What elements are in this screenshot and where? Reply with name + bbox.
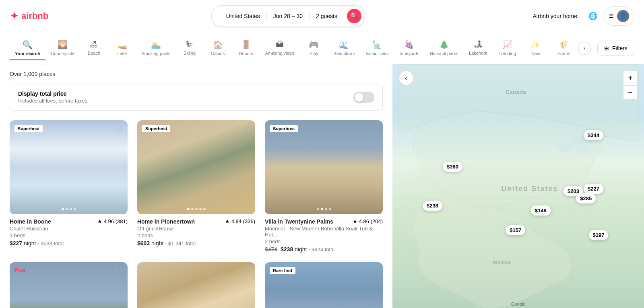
search-button[interactable]: 🔍	[347, 9, 361, 23]
pin-380[interactable]: $380	[443, 162, 462, 172]
mexico-label: Mexico	[493, 259, 511, 265]
listing-info: Home in Pioneertown ★ 4.94 (336) Off-gri…	[137, 214, 255, 246]
category-icon-vineyards: 🍇	[404, 40, 414, 49]
listing-rating: ★ 4.96 (381)	[97, 218, 128, 224]
listing-title: Home in Pioneertown	[137, 218, 195, 225]
category-label-play: Play	[310, 51, 318, 56]
listing-image-wrap: Rare find ♡	[265, 262, 383, 308]
search-dates[interactable]: Jun 28 – 30	[267, 13, 310, 19]
map-zoom-out-button[interactable]: −	[623, 85, 638, 100]
category-label-vineyards: Vineyards	[400, 51, 419, 56]
dot	[187, 208, 190, 210]
listing-card-1[interactable]: Superhost ♡ Home in Boone ★ 4.96 (381) C…	[10, 120, 128, 253]
pin-227[interactable]: $227	[584, 184, 603, 194]
category-item-skiing[interactable]: ⛷ Skiing	[175, 36, 204, 60]
category-item-new[interactable]: ✨ New	[522, 36, 550, 60]
total-price: $533 total	[41, 240, 64, 246]
listing-card-4[interactable]: Plus ♡ Home	[10, 262, 128, 308]
pin-197[interactable]: $197	[589, 230, 609, 240]
pin-344[interactable]: $344	[584, 130, 603, 140]
listing-beds: 2 beds	[137, 232, 255, 238]
category-item-lake[interactable]: 🚤 Lake	[108, 36, 136, 60]
price-toggle-switch[interactable]	[353, 92, 374, 103]
category-item-cabins[interactable]: 🏠 Cabins	[204, 36, 232, 60]
wishlist-button[interactable]: ♡	[371, 267, 378, 277]
map-zoom-in-button[interactable]: +	[623, 71, 638, 85]
categories-next-arrow[interactable]: ›	[578, 42, 591, 55]
category-item-national-parks[interactable]: 🌲 National parks	[425, 36, 463, 60]
listing-image-wrap: Superhost ♡	[10, 120, 128, 214]
listing-subtitle: Chalet Ruisseau	[10, 226, 128, 232]
category-icon-lake: 🚤	[117, 40, 127, 49]
filters-button[interactable]: ⊞ Filters	[597, 41, 634, 56]
listing-header: Home in Pioneertown ★ 4.94 (336)	[137, 218, 255, 225]
wishlist-button[interactable]: ♡	[371, 125, 378, 135]
pin-157[interactable]: $157	[506, 225, 525, 235]
listing-image	[10, 262, 128, 308]
category-item-trending[interactable]: 📈 Trending	[493, 36, 522, 60]
category-item-beachfront[interactable]: 🌊 Beachfront	[328, 36, 360, 60]
price-toggle-left: Display total price Includes all fees, b…	[18, 90, 87, 104]
category-item-farms[interactable]: 🌾 Farms	[550, 36, 578, 60]
wishlist-button[interactable]: ♡	[243, 267, 250, 277]
listing-subtitle: Off-grid itHouse	[137, 226, 255, 232]
map-back-button[interactable]: ‹	[399, 71, 413, 85]
rating-value: 4.86 (204)	[359, 218, 383, 224]
dot	[191, 208, 194, 210]
pin-285[interactable]: $285	[576, 193, 596, 203]
category-item-amazing-pools[interactable]: 🏊 Amazing pools	[136, 36, 175, 60]
pin-238[interactable]: $238	[423, 201, 442, 211]
superhost-badge: Superhost	[270, 125, 298, 132]
map-background: Canada United States Mexico ‹ + − $344$3…	[392, 64, 644, 308]
listing-card-3[interactable]: Superhost ♡ Villa in Twentynine Palms ★ …	[265, 120, 383, 253]
left-panel: Over 1,000 places Display total price In…	[0, 64, 392, 308]
category-item-amazing-views[interactable]: 🏔 Amazing views	[260, 36, 300, 60]
filter-icon: ⊞	[604, 45, 609, 51]
listing-image-wrap: Superhost ♡	[265, 120, 383, 214]
logo-text: airbnb	[21, 11, 48, 21]
airbnb-home-button[interactable]: Airbnb your home	[528, 8, 582, 24]
category-item-beach[interactable]: 🏖 Beach	[80, 36, 108, 60]
category-item-your-search[interactable]: 🔍 Your search	[10, 36, 45, 60]
superhost-badge: Superhost	[14, 125, 43, 132]
avatar: 👤	[617, 10, 629, 22]
category-icon-national-parks: 🌲	[439, 40, 449, 49]
category-item-iconic-cities[interactable]: 🗽 Iconic cities	[360, 36, 394, 60]
dot	[74, 208, 76, 210]
search-location[interactable]: United States	[220, 13, 267, 19]
current-price: $238	[281, 246, 293, 253]
map-controls: + −	[623, 71, 638, 100]
listing-title: Home in Boone	[10, 218, 51, 225]
listing-card-2[interactable]: Superhost ♡ Home in Pioneertown ★ 4.94 (…	[137, 120, 255, 253]
listing-title: Villa in Twentynine Palms	[265, 218, 333, 225]
listing-card-6[interactable]: Rare find ♡ Home	[265, 262, 383, 308]
us-label: United States	[501, 185, 558, 193]
image-dots	[187, 208, 206, 210]
listing-image-wrap: Superhost ♡	[137, 120, 255, 214]
category-item-play[interactable]: 🎮 Play	[300, 36, 328, 60]
category-item-rooms[interactable]: 🚪 Rooms	[232, 36, 260, 60]
dot	[199, 208, 202, 210]
menu-button[interactable]: ☰ 👤	[604, 6, 634, 26]
current-price: $227	[10, 240, 22, 246]
logo[interactable]: ✦ airbnb	[10, 9, 48, 23]
pin-148[interactable]: $148	[531, 205, 551, 216]
wishlist-button[interactable]: ♡	[116, 125, 123, 135]
category-item-lakefront[interactable]: 🏞 Lakefront	[463, 36, 493, 60]
wishlist-button[interactable]: ♡	[243, 125, 250, 135]
category-icon-farms: 🌾	[559, 40, 569, 49]
search-bar[interactable]: United States Jun 28 – 30 2 guests 🔍	[211, 5, 365, 27]
category-item-countryside[interactable]: 🌄 Countryside	[45, 36, 80, 60]
listing-card-5[interactable]: ♡ Home	[137, 262, 255, 308]
listing-info: Home in Boone ★ 4.96 (381) Chalet Ruisse…	[10, 214, 128, 246]
superhost-badge: Superhost	[142, 125, 170, 132]
listing-subtitle: Moonset - New Modern Boho Villa Soak Tub…	[265, 226, 383, 238]
wishlist-button[interactable]: ♡	[116, 267, 123, 277]
category-label-lakefront: Lakefront	[469, 51, 487, 55]
price-toggle-title: Display total price	[18, 90, 87, 97]
globe-icon[interactable]: 🌐	[588, 12, 597, 21]
category-icon-cabins: 🏠	[213, 40, 223, 49]
listing-image	[137, 262, 255, 308]
search-guests[interactable]: 2 guests	[310, 13, 344, 19]
category-item-vineyards[interactable]: 🍇 Vineyards	[394, 36, 425, 60]
